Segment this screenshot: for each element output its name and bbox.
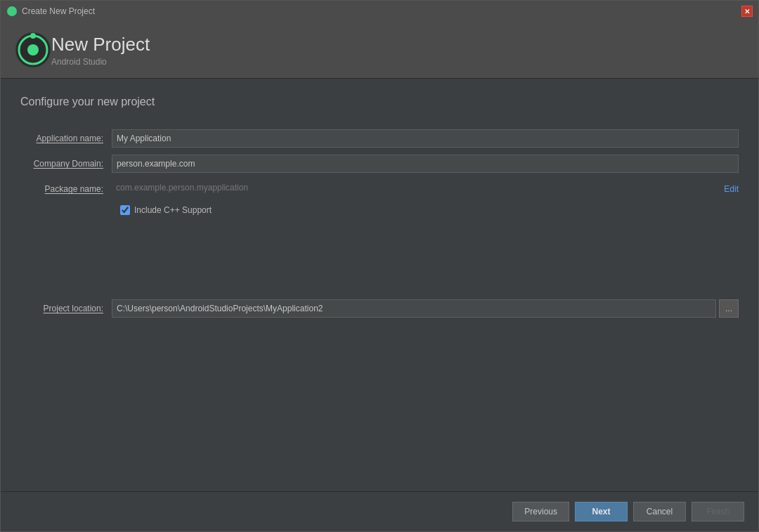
- window-title: Create New Project: [22, 6, 741, 16]
- app-name-label: Application name:: [20, 134, 112, 143]
- project-location-label: Project location:: [20, 304, 112, 313]
- project-location-section: Project location: ...: [20, 299, 739, 318]
- main-window: Create New Project ✕ New Project Android…: [0, 0, 759, 532]
- title-bar: Create New Project ✕: [1, 1, 758, 22]
- dialog-footer: Previous Next Cancel Finish: [1, 491, 758, 531]
- project-location-input[interactable]: [112, 299, 716, 318]
- window-icon: [6, 6, 18, 17]
- header-text: New Project Android Studio: [51, 34, 150, 67]
- project-location-row: Project location: ...: [20, 299, 739, 318]
- package-name-label: Package name:: [20, 184, 112, 194]
- close-icon: ✕: [744, 8, 750, 15]
- app-name-input[interactable]: [112, 129, 739, 148]
- company-domain-label: Company Domain:: [20, 159, 112, 169]
- company-domain-row: Company Domain:: [20, 155, 739, 173]
- content-area: Configure your new project Application n…: [1, 79, 758, 491]
- form-area: Application name: Company Domain: Packag…: [20, 129, 739, 318]
- company-domain-input[interactable]: [112, 155, 739, 173]
- header-subtitle: Android Studio: [51, 57, 150, 67]
- previous-button[interactable]: Previous: [512, 502, 569, 521]
- section-title: Configure your new project: [20, 96, 739, 108]
- dialog-header: New Project Android Studio: [1, 22, 758, 79]
- next-button[interactable]: Next: [575, 502, 628, 521]
- app-name-row: Application name:: [20, 129, 739, 148]
- package-edit-link[interactable]: Edit: [724, 184, 739, 194]
- svg-point-0: [7, 6, 17, 16]
- package-name-value: com.example.person.myapplication: [112, 180, 718, 198]
- browse-button[interactable]: ...: [719, 299, 739, 318]
- close-button[interactable]: ✕: [741, 6, 753, 17]
- svg-point-3: [27, 44, 39, 56]
- finish-button[interactable]: Finish: [692, 502, 744, 521]
- header-title: New Project: [51, 34, 150, 56]
- cpp-support-checkbox[interactable]: [120, 205, 130, 215]
- cpp-support-label: Include C++ Support: [134, 205, 212, 215]
- svg-point-4: [30, 33, 36, 39]
- cpp-support-row: Include C++ Support: [120, 205, 739, 215]
- cancel-button[interactable]: Cancel: [633, 502, 686, 521]
- android-studio-logo: [15, 32, 51, 68]
- package-name-row: Package name: com.example.person.myappli…: [20, 180, 739, 198]
